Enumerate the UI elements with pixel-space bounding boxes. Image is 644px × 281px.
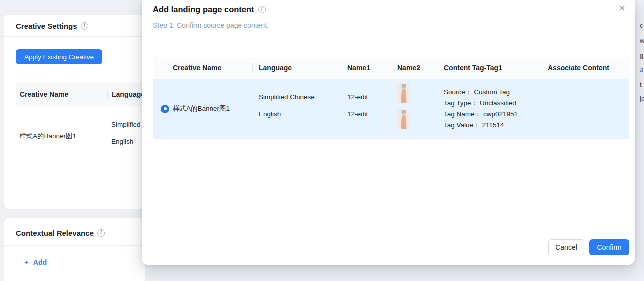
divider	[16, 170, 145, 170]
bg-row-language-1: Simplified	[111, 121, 141, 128]
plus-icon: +	[24, 258, 29, 266]
bg-row-creative-name: 样式A的Banner图1	[19, 132, 76, 141]
cancel-button[interactable]: Cancel	[548, 240, 584, 256]
tag-line-name: Tag Name：cwp021951	[444, 109, 543, 120]
tag-line-value: Tag Value：211514	[444, 120, 543, 131]
tag-type-label: Tag Type：	[444, 100, 478, 107]
bg-text-fragment: g	[640, 52, 643, 60]
confirm-button[interactable]: Confirm	[589, 240, 629, 256]
row-language-1: Simplified Chinese	[259, 92, 339, 102]
row-language-cell: Simplified Chinese English	[253, 76, 339, 136]
modal-step-subtitle: Step 1: Confirm source page content.	[153, 22, 269, 30]
close-icon[interactable]: ✕	[617, 3, 628, 14]
info-icon[interactable]: i	[81, 22, 88, 30]
tag-line-source: Source：Custom Tag	[444, 87, 543, 98]
contextual-relevance-title: Contextual Relevance i	[16, 227, 105, 239]
bg-header-creative-name: Creative Name	[16, 90, 108, 98]
tag-source-label: Source：	[444, 88, 472, 96]
bg-text-fragment: w	[640, 37, 644, 44]
apply-existing-creative-button[interactable]: Apply Existing Creative	[16, 50, 102, 64]
tag-source-value: Custom Tag	[474, 88, 510, 96]
info-icon[interactable]: i	[97, 230, 105, 237]
row-creative-name: 样式A的Banner图1	[173, 104, 253, 114]
bg-header-language: Language	[108, 90, 145, 98]
add-button-label: Add	[33, 258, 47, 266]
bg-table-header: Creative Name Language	[16, 83, 145, 106]
creative-thumbnail-image[interactable]	[397, 83, 410, 103]
divider	[4, 246, 145, 246]
tag-line-type: Tag Type：Unclassified	[444, 98, 543, 109]
tag-name-label: Tag Name：	[444, 110, 481, 118]
row-language-2: English	[259, 110, 339, 120]
info-icon[interactable]: i	[258, 6, 266, 14]
bg-text-fragment: c	[640, 22, 643, 30]
tag-name-value: cwp021951	[483, 110, 518, 118]
bg-link-fragment[interactable]: a	[640, 66, 643, 74]
creative-settings-title: Creative Settings i	[16, 20, 88, 32]
row-name1-value-1: 12-edit	[347, 92, 388, 102]
creative-settings-title-text: Creative Settings	[16, 22, 77, 30]
row-name1-value-2: 12-edit	[347, 110, 388, 120]
header-creative-name: Creative Name	[169, 57, 253, 79]
header-content-tag: Content Tag-Tag1	[437, 57, 543, 79]
bg-row-language-2: English	[111, 138, 133, 146]
bg-text-fragment: t	[640, 81, 642, 88]
source-page-table: Creative Name Language Name1 Name2 Conte…	[153, 57, 629, 139]
row-name2-cell	[388, 76, 437, 136]
header-radio-spacer	[153, 57, 169, 79]
radio-dot	[164, 108, 167, 110]
creative-settings-card: Creative Settings i Apply Existing Creat…	[4, 15, 145, 209]
modal-title: Add landing page content i	[153, 5, 266, 14]
row-creative-name-cell: 样式A的Banner图1	[169, 79, 253, 139]
row-name1-cell: 12-edit 12-edit	[339, 76, 388, 136]
tag-type-value: Unclassified	[480, 100, 516, 107]
header-associate-content: Associate Content	[543, 57, 629, 79]
contextual-relevance-card: Contextual Relevance i + Add	[4, 218, 145, 281]
add-landing-page-content-modal: Add landing page content i ✕ Step 1: Con…	[142, 0, 635, 265]
creative-thumbnail-image[interactable]	[397, 109, 410, 129]
contextual-relevance-title-text: Contextual Relevance	[16, 229, 94, 238]
row-associate-content-cell	[543, 79, 629, 139]
tag-value-value: 211514	[482, 122, 504, 129]
add-button[interactable]: + Add	[24, 258, 47, 266]
row-content-tag-cell: Source：Custom Tag Tag Type：Unclassified …	[437, 79, 543, 139]
modal-title-text: Add landing page content	[153, 5, 254, 14]
bg-text-fragment: je	[640, 95, 644, 102]
tag-value-label: Tag Value：	[444, 122, 480, 129]
row-radio-cell	[153, 79, 169, 139]
table-row[interactable]: 样式A的Banner图1 Simplified Chinese English …	[153, 79, 629, 139]
row-radio-selected[interactable]	[161, 105, 169, 114]
divider	[4, 36, 145, 37]
